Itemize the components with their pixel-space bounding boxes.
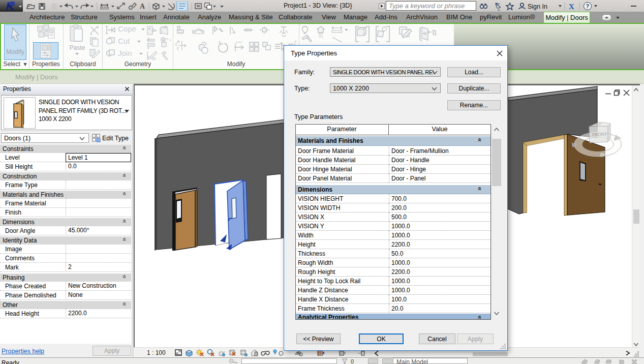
svg-text:S: S [600,154,603,158]
svg-text:E: E [614,137,617,141]
svg-text:Cut: Cut [118,37,130,45]
svg-text:?: ? [586,3,590,9]
svg-text:A: A [140,3,145,10]
svg-text:X: X [569,3,574,11]
svg-text:0: 0 [351,358,354,364]
svg-text:Sign In: Sign In [528,3,547,10]
svg-text:Join: Join [118,49,132,57]
svg-text:TOP: TOP [595,123,602,126]
svg-text:FRONT: FRONT [592,132,607,137]
svg-text:Cope: Cope [118,25,136,33]
svg-text:W: W [572,142,577,148]
